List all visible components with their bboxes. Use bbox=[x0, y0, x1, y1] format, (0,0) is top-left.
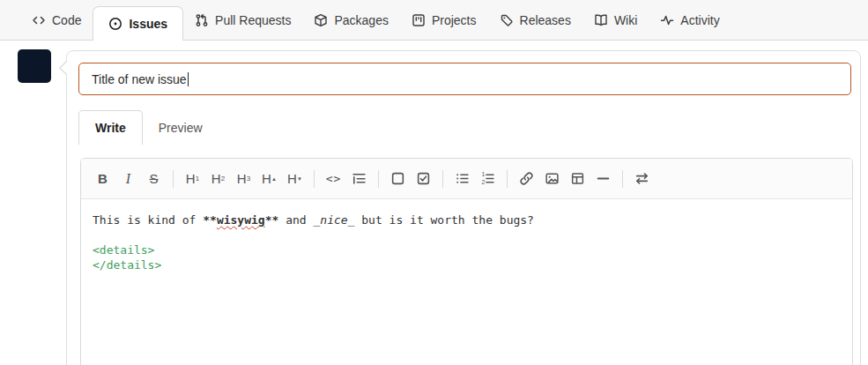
tab-preview-label: Preview bbox=[159, 121, 203, 135]
heading-3-sub: 3 bbox=[247, 175, 250, 182]
editor-line: This is kind of **wisywig** and _nice_ b… bbox=[93, 212, 841, 227]
editor-mode-tabs: Write Preview bbox=[78, 110, 219, 145]
link-button[interactable] bbox=[514, 166, 539, 192]
bold-marker: ** bbox=[265, 213, 279, 227]
toolbar-divider bbox=[622, 170, 623, 188]
editor-line-details-open: <details> bbox=[93, 242, 841, 257]
nav-tab-wiki[interactable]: Wiki bbox=[582, 0, 649, 40]
svg-text:2: 2 bbox=[481, 179, 485, 185]
editor-line-empty bbox=[93, 227, 841, 242]
italic-segment: _nice_ bbox=[313, 213, 354, 227]
image-button[interactable] bbox=[539, 166, 565, 192]
code-button[interactable]: <> bbox=[321, 166, 346, 192]
switch-editor-icon bbox=[634, 171, 649, 186]
horizontal-rule-button[interactable] bbox=[590, 166, 616, 192]
ordered-list-icon: 12 bbox=[480, 171, 495, 186]
toolbar-divider bbox=[507, 170, 508, 188]
toolbar-divider bbox=[442, 170, 443, 188]
quote-button[interactable] bbox=[346, 166, 372, 192]
nav-tab-label: Wiki bbox=[614, 13, 637, 27]
nav-tab-issues[interactable]: Issues bbox=[93, 6, 183, 41]
code-icon bbox=[32, 13, 46, 27]
text-segment: This is kind of bbox=[93, 213, 203, 227]
nav-tab-label: Code bbox=[52, 13, 81, 27]
table-icon bbox=[570, 171, 585, 186]
nav-tab-releases[interactable]: Releases bbox=[488, 0, 582, 40]
quote-icon bbox=[352, 171, 367, 186]
svg-text:1: 1 bbox=[481, 171, 485, 177]
heading-glyph: H bbox=[211, 171, 221, 186]
repo-tabs-nav: Code Issues Pull Requests Packages Proje… bbox=[0, 0, 868, 41]
toolbar-divider bbox=[378, 170, 379, 188]
heading-2-sub: 2 bbox=[221, 175, 225, 182]
tab-write-label: Write bbox=[95, 121, 126, 135]
checkbox-checked-icon bbox=[416, 171, 431, 186]
nav-tab-label: Packages bbox=[334, 13, 388, 27]
heading-glyph: H bbox=[287, 171, 297, 186]
nav-tab-packages[interactable]: Packages bbox=[302, 0, 399, 40]
book-icon bbox=[594, 13, 608, 27]
italic-button[interactable]: I bbox=[115, 166, 141, 192]
heading-3-button[interactable]: H3 bbox=[231, 166, 256, 192]
heading-glyph: H bbox=[237, 171, 247, 186]
heading-1-button[interactable]: H1 bbox=[180, 166, 205, 192]
nav-tab-label: Releases bbox=[520, 13, 571, 27]
bold-button[interactable]: B bbox=[90, 166, 115, 192]
nav-tab-label: Activity bbox=[680, 13, 719, 27]
tab-preview[interactable]: Preview bbox=[143, 110, 219, 145]
heading-glyph: H bbox=[262, 171, 271, 186]
unordered-list-icon bbox=[455, 171, 470, 186]
image-icon bbox=[545, 171, 560, 186]
heading-smaller-sub: ▼ bbox=[297, 176, 302, 182]
heading-1-sub: 1 bbox=[196, 175, 199, 182]
heading-bigger-sub: ▲ bbox=[271, 176, 277, 182]
markdown-toolbar: B I S H1 H2 H3 H▲ H▼ <> bbox=[81, 159, 852, 199]
comment-arrow bbox=[59, 60, 67, 76]
nav-tab-pull-requests[interactable]: Pull Requests bbox=[183, 0, 302, 40]
horizontal-rule-icon bbox=[596, 171, 611, 186]
new-issue-form: Title of new issue Write Preview B I S H… bbox=[66, 50, 861, 365]
link-icon bbox=[519, 171, 534, 186]
unordered-list-button[interactable] bbox=[449, 166, 475, 192]
text-segment: and bbox=[278, 213, 313, 227]
issue-opened-icon bbox=[108, 17, 122, 31]
table-button[interactable] bbox=[565, 166, 590, 192]
strikethrough-button[interactable]: S bbox=[141, 166, 167, 192]
misspelled-word: wisywig bbox=[217, 213, 265, 227]
markdown-content-area[interactable]: This is kind of **wisywig** and _nice_ b… bbox=[81, 199, 852, 365]
tag-icon bbox=[500, 13, 514, 27]
issue-title-input[interactable]: Title of new issue bbox=[78, 63, 851, 95]
switch-editor-button[interactable] bbox=[629, 166, 655, 192]
ordered-list-button[interactable]: 12 bbox=[475, 166, 501, 192]
pulse-icon bbox=[660, 13, 674, 27]
text-caret bbox=[188, 72, 189, 86]
bold-marker: ** bbox=[203, 213, 217, 227]
heading-glyph: H bbox=[186, 171, 196, 186]
editor-line-details-close: </details> bbox=[93, 257, 841, 272]
tab-write[interactable]: Write bbox=[78, 110, 143, 145]
package-icon bbox=[314, 13, 328, 27]
nav-tab-label: Issues bbox=[129, 17, 167, 31]
checkbox-empty-icon bbox=[390, 171, 405, 186]
project-board-icon bbox=[412, 13, 426, 27]
nav-tab-activity[interactable]: Activity bbox=[649, 0, 731, 40]
git-pull-request-icon bbox=[195, 13, 209, 27]
heading-smaller-button[interactable]: H▼ bbox=[282, 166, 308, 192]
nav-tab-label: Pull Requests bbox=[215, 13, 291, 27]
checkbox-checked-button[interactable] bbox=[411, 166, 436, 192]
heading-2-button[interactable]: H2 bbox=[205, 166, 231, 192]
user-avatar bbox=[18, 49, 51, 83]
nav-tab-label: Projects bbox=[432, 13, 477, 27]
markdown-editor: B I S H1 H2 H3 H▲ H▼ <> bbox=[80, 158, 853, 365]
toolbar-divider bbox=[173, 170, 174, 188]
text-segment: but is it worth the bugs? bbox=[354, 213, 534, 227]
toolbar-divider bbox=[314, 170, 315, 188]
checkbox-empty-button[interactable] bbox=[385, 166, 411, 192]
issue-title-value: Title of new issue bbox=[92, 72, 187, 86]
nav-tab-code[interactable]: Code bbox=[20, 0, 93, 40]
heading-bigger-button[interactable]: H▲ bbox=[256, 166, 282, 192]
nav-tab-projects[interactable]: Projects bbox=[400, 0, 488, 40]
